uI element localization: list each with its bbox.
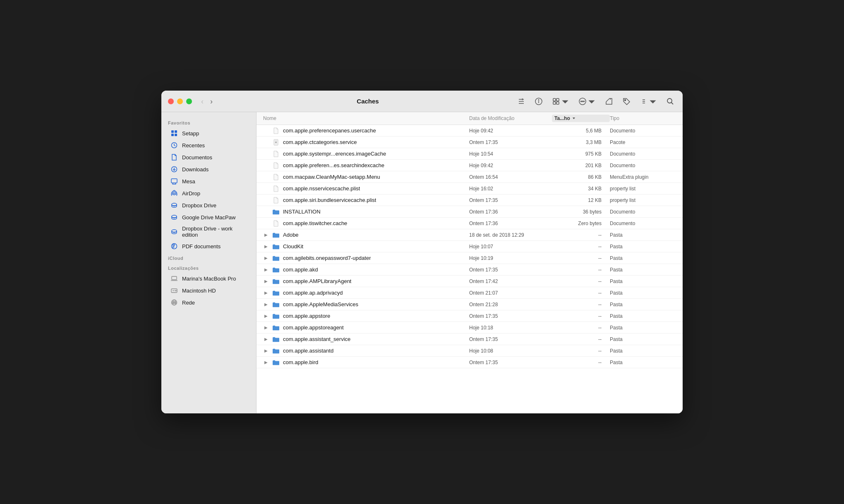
- table-row[interactable]: com.apple.preferencepanes.usercache Hoje…: [257, 125, 683, 137]
- svg-point-5: [538, 99, 539, 100]
- table-row[interactable]: com.macpaw.CleanMyMac-setapp.Menu Ontem …: [257, 171, 683, 183]
- expand-button[interactable]: ▶: [263, 290, 269, 296]
- file-name: com.apple.tiswitcher.cache: [283, 220, 347, 226]
- table-row[interactable]: ▶ com.apple.AppleMediaServices Ontem 21:…: [257, 299, 683, 310]
- back-button[interactable]: ‹: [199, 96, 206, 107]
- table-row[interactable]: ▶ com.apple.AMPLibraryAgent Ontem 17:42 …: [257, 276, 683, 287]
- expand-button[interactable]: ▶: [263, 360, 269, 365]
- file-name: com.agilebits.onepassword7-updater: [283, 255, 371, 261]
- recent-icon: [170, 142, 178, 149]
- maximize-button[interactable]: [186, 98, 192, 104]
- file-date: Ontem 17:35: [469, 313, 552, 319]
- table-row[interactable]: ▶ Adobe 18 de set. de 2018 12:29 -- Past…: [257, 229, 683, 241]
- expand-button[interactable]: ▶: [263, 302, 269, 307]
- table-row[interactable]: ▶ com.apple.assistant_service Ontem 17:3…: [257, 334, 683, 345]
- svg-rect-7: [556, 98, 559, 101]
- setapp-icon: [170, 130, 178, 137]
- expand-button[interactable]: ▶: [263, 325, 269, 331]
- sidebar-item-airdrop-label: AirDrop: [182, 190, 200, 197]
- file-type: Pasta: [610, 325, 676, 331]
- table-row[interactable]: ▶ com.apple.bird Ontem 17:35 -- Pasta: [257, 357, 683, 368]
- col-type[interactable]: Tipo: [610, 115, 676, 122]
- expand-button[interactable]: ▶: [263, 244, 269, 250]
- col-date[interactable]: Data de Modificação: [469, 115, 552, 122]
- table-row[interactable]: ▶ com.apple.appstoreagent Hoje 10:18 -- …: [257, 322, 683, 334]
- file-size: --: [552, 244, 610, 250]
- expand-button[interactable]: ▶: [263, 313, 269, 319]
- file-type: Pasta: [610, 360, 676, 365]
- expand-button[interactable]: ▶: [263, 232, 269, 238]
- close-button[interactable]: [168, 98, 174, 104]
- sidebar: Favoritos Setapp Recentes Documentos: [161, 112, 257, 413]
- laptop-icon: [170, 275, 178, 282]
- table-row[interactable]: ▶ CloudKit Hoje 10:07 -- Pasta: [257, 241, 683, 252]
- forward-button[interactable]: ›: [208, 96, 215, 107]
- sidebar-section-icloud: iCloud: [161, 252, 256, 262]
- table-row[interactable]: ▶ com.agilebits.onepassword7-updater Hoj…: [257, 252, 683, 264]
- network-icon: [170, 299, 178, 306]
- sidebar-item-dropbox-work[interactable]: Dropbox Drive - work edition: [164, 223, 254, 240]
- expand-button[interactable]: ▶: [263, 278, 269, 284]
- sidebar-item-macbook[interactable]: Marina's MacBook Pro: [164, 273, 254, 284]
- search-button[interactable]: [664, 96, 676, 107]
- table-row[interactable]: com.apple.siri.bundleservicecache.plist …: [257, 194, 683, 206]
- table-row[interactable]: ▶ com.apple.appstore Ontem 17:35 -- Past…: [257, 310, 683, 322]
- expand-button[interactable]: ▶: [263, 348, 269, 354]
- sidebar-item-setapp[interactable]: Setapp: [164, 127, 254, 139]
- svg-rect-42: [172, 276, 177, 280]
- action-button[interactable]: [577, 96, 597, 107]
- info-button[interactable]: [533, 96, 544, 107]
- sidebar-item-dropbox-work-label: Dropbox Drive - work edition: [182, 226, 247, 238]
- sidebar-item-googledrive[interactable]: Google Drive MacPaw: [164, 211, 254, 223]
- file-size: 3,3 MB: [552, 139, 610, 145]
- file-icon: [272, 336, 280, 343]
- table-row[interactable]: com.apple.tiswitcher.cache Ontem 17:36 Z…: [257, 218, 683, 229]
- table-row[interactable]: com.apple.systempr...erences.imageCache …: [257, 148, 683, 160]
- file-name: com.apple.systempr...erences.imageCache: [283, 151, 386, 157]
- file-type: Pasta: [610, 313, 676, 319]
- sidebar-item-pdf[interactable]: PDF documents: [164, 240, 254, 252]
- file-date: Hoje 10:19: [469, 255, 552, 261]
- share-button[interactable]: [603, 96, 615, 107]
- more-button[interactable]: [638, 96, 659, 107]
- minimize-button[interactable]: [177, 98, 183, 104]
- sidebar-item-documentos[interactable]: Documentos: [164, 151, 254, 163]
- svg-line-14: [606, 99, 609, 102]
- table-row[interactable]: com.apple.nsservicescache.plist Hoje 16:…: [257, 183, 683, 194]
- window-title: Caches: [220, 98, 516, 105]
- file-icon: [272, 278, 280, 285]
- table-row[interactable]: ▶ com.apple.akd Ontem 17:35 -- Pasta: [257, 264, 683, 276]
- file-icon: [272, 312, 280, 320]
- col-size[interactable]: Ta...ho: [552, 115, 610, 122]
- list-view-button[interactable]: [516, 96, 527, 107]
- grid-view-button[interactable]: [550, 96, 571, 107]
- file-type: MenuExtra plugin: [610, 174, 676, 180]
- file-type: Pasta: [610, 267, 676, 273]
- sidebar-item-mesa[interactable]: Mesa: [164, 175, 254, 187]
- file-date: Hoje 16:02: [469, 186, 552, 192]
- sidebar-item-rede[interactable]: Rede: [164, 297, 254, 308]
- sidebar-item-mesa-label: Mesa: [182, 178, 195, 185]
- file-name: com.apple.appstore: [283, 313, 330, 319]
- tag-button[interactable]: [621, 96, 632, 107]
- table-row[interactable]: com.apple.ctcategories.service Ontem 17:…: [257, 137, 683, 148]
- column-headers: Nome Data de Modificação Ta...ho Tipo: [257, 112, 683, 125]
- sidebar-item-rede-label: Rede: [182, 300, 195, 306]
- sidebar-item-recentes[interactable]: Recentes: [164, 139, 254, 151]
- file-size: 5,6 MB: [552, 128, 610, 134]
- table-row[interactable]: ▶ com.apple.ap.adprivacyd Ontem 21:07 --…: [257, 287, 683, 299]
- table-row[interactable]: ▶ com.apple.assistantd Hoje 10:08 -- Pas…: [257, 345, 683, 357]
- sidebar-item-macintosh[interactable]: Macintosh HD: [164, 285, 254, 296]
- sidebar-item-downloads[interactable]: Downloads: [164, 163, 254, 175]
- expand-button[interactable]: ▶: [263, 267, 269, 273]
- table-row[interactable]: com.apple.preferen...es.searchindexcache…: [257, 160, 683, 171]
- col-name[interactable]: Nome: [263, 115, 469, 122]
- expand-button[interactable]: ▶: [263, 255, 269, 261]
- sidebar-item-dropbox[interactable]: Dropbox Drive: [164, 199, 254, 211]
- table-row[interactable]: INSTALLATION Ontem 17:36 36 bytes Docume…: [257, 206, 683, 218]
- file-date: Hoje 09:42: [469, 128, 552, 134]
- file-name: com.apple.preferen...es.searchindexcache: [283, 162, 384, 168]
- sidebar-item-airdrop[interactable]: AirDrop: [164, 187, 254, 199]
- sidebar-item-googledrive-label: Google Drive MacPaw: [182, 214, 235, 221]
- expand-button[interactable]: ▶: [263, 336, 269, 342]
